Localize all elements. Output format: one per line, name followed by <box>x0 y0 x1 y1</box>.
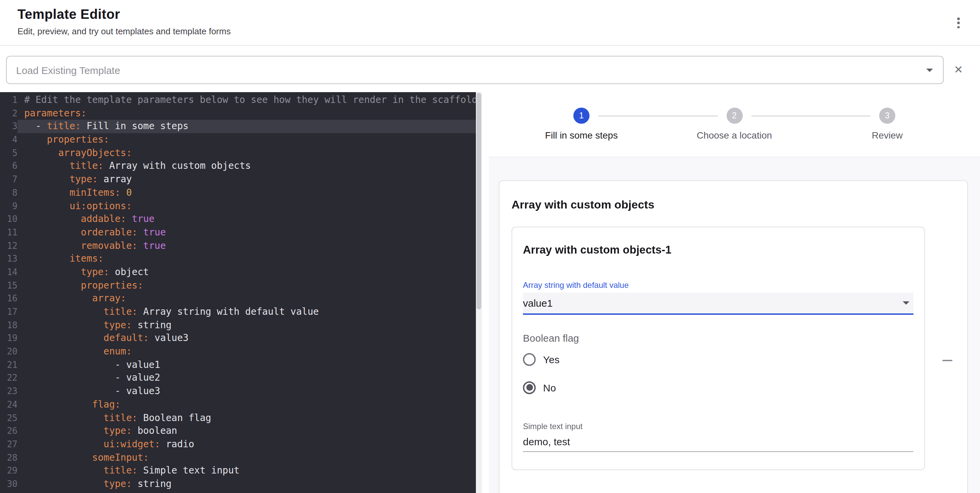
load-template-input[interactable] <box>7 64 943 76</box>
line-number: 20 <box>0 345 18 358</box>
code-line[interactable]: 27 ui:widget: radio <box>0 438 482 451</box>
line-number: 27 <box>0 438 18 451</box>
app: Template Editor Edit, preview, and try o… <box>0 0 980 493</box>
line-number: 18 <box>0 319 18 332</box>
line-number: 4 <box>0 133 18 146</box>
code-line[interactable]: 28 someInput: <box>0 451 482 464</box>
line-number: 21 <box>0 359 18 372</box>
code-line[interactable]: 17 title: Array string with default valu… <box>0 305 482 319</box>
code-line[interactable]: 20 enum: <box>0 345 482 358</box>
code-line[interactable]: 3 - title: Fill in some steps <box>0 120 482 133</box>
code-line-text: title: Boolean flag <box>18 411 482 424</box>
code-line-text: parameters: <box>18 107 482 120</box>
code-editor[interactable]: 1# Edit the template parameters below to… <box>0 92 482 493</box>
line-number: 5 <box>0 147 18 160</box>
kebab-icon <box>957 22 960 24</box>
simple-text-input[interactable] <box>523 434 913 452</box>
line-number: 10 <box>0 212 18 226</box>
code-line[interactable]: 21 - value1 <box>0 359 482 372</box>
code-line[interactable]: 24 flag: <box>0 398 482 411</box>
code-line-text: arrayObjects: <box>18 147 482 160</box>
minus-icon <box>942 360 953 361</box>
step-number-badge: 2 <box>726 108 742 124</box>
remove-item-button[interactable] <box>937 354 958 367</box>
radio-icon <box>523 381 536 394</box>
line-number: 3 <box>0 120 18 133</box>
code-line[interactable]: 15 properties: <box>0 279 482 292</box>
code-line[interactable]: 13 items: <box>0 252 482 266</box>
step-number-badge: 1 <box>573 108 589 124</box>
close-icon[interactable]: ✕ <box>950 62 967 78</box>
line-number: 14 <box>0 266 18 279</box>
code-line[interactable]: 14 type: object <box>0 266 482 279</box>
code-line[interactable]: 30 type: string <box>0 477 482 491</box>
kebab-icon <box>957 26 960 29</box>
chevron-down-icon[interactable] <box>926 68 933 72</box>
code-line-text: type: string <box>18 319 482 332</box>
header-text: Template Editor Edit, preview, and try o… <box>18 7 231 36</box>
step-fill-in-some-steps[interactable]: 1 Fill in some steps <box>538 108 625 140</box>
radio-field: Boolean flag Yes No <box>523 332 913 396</box>
code-line[interactable]: 18 type: string <box>0 319 482 332</box>
code-line[interactable]: 6 title: Array with custom objects <box>0 160 482 173</box>
preview-panel: 1 Fill in some steps 2 Choose a location… <box>482 92 980 493</box>
code-line[interactable]: 10 addable: true <box>0 212 482 226</box>
code-line-text: addable: true <box>18 212 482 226</box>
code-line[interactable]: 7 type: array <box>0 173 482 186</box>
line-number: 7 <box>0 173 18 186</box>
main-split: 1# Edit the template parameters below to… <box>0 92 980 493</box>
code-line-text: array: <box>18 292 482 305</box>
code-line-text: title: Array with custom objects <box>18 160 482 173</box>
code-line[interactable]: 22 - value2 <box>0 372 482 385</box>
code-line-text: type: object <box>18 266 482 279</box>
code-line-text: type: array <box>18 173 482 186</box>
template-select-row: ✕ <box>0 46 980 92</box>
text-field: Simple text input <box>523 422 913 452</box>
code-line[interactable]: 5 arrayObjects: <box>0 147 482 160</box>
code-line[interactable]: 26 type: boolean <box>0 424 482 437</box>
more-options-button[interactable] <box>953 13 964 33</box>
code-line[interactable]: 12 removable: true <box>0 239 482 252</box>
line-number: 28 <box>0 451 18 464</box>
code-line-text: - title: Fill in some steps <box>18 120 482 133</box>
kebab-icon <box>957 18 960 20</box>
array-string-select[interactable]: value1 <box>523 293 913 315</box>
code-line-text: default: value3 <box>18 332 482 345</box>
line-number: 6 <box>0 160 18 173</box>
line-number: 23 <box>0 385 18 398</box>
code-line[interactable]: 19 default: value3 <box>0 332 482 345</box>
scrollbar-thumb[interactable] <box>477 93 481 310</box>
code-line-text: flag: <box>18 398 482 411</box>
code-line-text: enum: <box>18 345 482 358</box>
radio-option-yes[interactable]: Yes <box>523 350 913 368</box>
line-number: 17 <box>0 305 18 319</box>
code-line[interactable]: 29 title: Simple text input <box>0 464 482 477</box>
line-number: 29 <box>0 464 18 477</box>
radio-option-no[interactable]: No <box>523 379 913 396</box>
code-line-text: orderable: true <box>18 226 482 239</box>
line-number: 13 <box>0 252 18 266</box>
code-lines[interactable]: 1# Edit the template parameters below to… <box>0 94 482 491</box>
code-line[interactable]: 9 ui:options: <box>0 199 482 212</box>
step-number-badge: 3 <box>879 108 895 124</box>
code-line[interactable]: 1# Edit the template parameters below to… <box>0 94 482 107</box>
line-number: 1 <box>0 94 18 107</box>
step-review[interactable]: 3 Review <box>843 108 931 140</box>
code-line-text: items: <box>18 252 482 266</box>
code-line-text: ui:widget: radio <box>18 438 482 451</box>
editor-scrollbar[interactable] <box>476 92 482 493</box>
code-line[interactable]: 8 minItems: 0 <box>0 186 482 199</box>
code-line[interactable]: 11 orderable: true <box>0 226 482 239</box>
code-line[interactable]: 16 array: <box>0 292 482 305</box>
select-value: value1 <box>523 297 552 309</box>
code-line[interactable]: 25 title: Boolean flag <box>0 411 482 424</box>
code-line-text: removable: true <box>18 239 482 252</box>
line-number: 11 <box>0 226 18 239</box>
code-line[interactable]: 23 - value3 <box>0 385 482 398</box>
code-line[interactable]: 4 properties: <box>0 133 482 146</box>
step-choose-a-location[interactable]: 2 Choose a location <box>690 108 778 140</box>
code-line[interactable]: 2parameters: <box>0 107 482 120</box>
line-number: 25 <box>0 411 18 424</box>
code-line-text: - value2 <box>18 372 482 385</box>
load-template-select[interactable] <box>6 56 944 84</box>
